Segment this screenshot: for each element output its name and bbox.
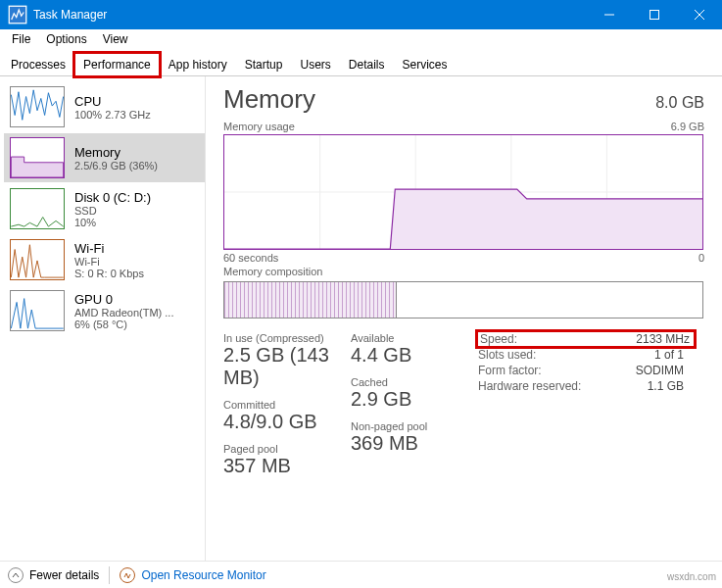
- tab-processes[interactable]: Processes: [2, 53, 74, 75]
- chevron-up-icon[interactable]: [8, 567, 24, 583]
- disk-sub2: 10%: [74, 217, 151, 228]
- tab-startup[interactable]: Startup: [236, 53, 292, 75]
- sidebar-item-cpu[interactable]: CPU 100% 2.73 GHz: [4, 82, 205, 131]
- wifi-label: Wi-Fi: [74, 241, 144, 256]
- titlebar: Task Manager: [0, 0, 722, 29]
- memory-composition-bar[interactable]: [223, 281, 703, 318]
- cached-value: 2.9 GB: [351, 388, 478, 411]
- paged-value: 357 MB: [223, 455, 351, 477]
- wifi-sub1: Wi-Fi: [74, 256, 144, 268]
- usage-label: Memory usage: [223, 121, 295, 132]
- speed-key: Speed:: [480, 332, 517, 346]
- slots-key: Slots used:: [478, 348, 536, 362]
- main-area: CPU 100% 2.73 GHz Memory 2.5/6.9 GB (36%…: [0, 76, 722, 561]
- window-title: Task Manager: [33, 8, 587, 22]
- gpu-label: GPU 0: [74, 292, 173, 307]
- watermark: wsxdn.com: [667, 571, 716, 582]
- disk-label: Disk 0 (C: D:): [74, 190, 151, 205]
- available-value: 4.4 GB: [351, 344, 478, 367]
- tab-app-history[interactable]: App history: [160, 53, 236, 75]
- stats-grid: In use (Compressed) 2.5 GB (143 MB) Comm…: [223, 332, 704, 487]
- hw-value: 1.1 GB: [648, 379, 684, 393]
- composition-in-use: [224, 282, 397, 318]
- open-resource-monitor-link[interactable]: Open Resource Monitor: [141, 568, 265, 582]
- detail-form-row: Form factor: SODIMM: [478, 364, 694, 377]
- tab-performance[interactable]: Performance: [74, 53, 160, 76]
- page-title: Memory: [223, 84, 315, 115]
- memory-sub: 2.5/6.9 GB (36%): [74, 160, 158, 172]
- close-button[interactable]: [677, 0, 722, 29]
- app-icon: [8, 5, 27, 24]
- capacity-label: 8.0 GB: [655, 94, 704, 112]
- gpu-sub2: 6% (58 °C): [74, 318, 173, 330]
- tab-details[interactable]: Details: [340, 53, 394, 75]
- sidebar: CPU 100% 2.73 GHz Memory 2.5/6.9 GB (36%…: [0, 76, 206, 561]
- cpu-thumbnail: [10, 86, 65, 127]
- memory-usage-chart[interactable]: [223, 134, 703, 250]
- form-key: Form factor:: [478, 364, 542, 377]
- memory-thumbnail: [10, 137, 65, 178]
- paged-label: Paged pool: [223, 443, 351, 455]
- disk-sub1: SSD: [74, 205, 151, 217]
- committed-label: Committed: [223, 399, 351, 411]
- cpu-label: CPU: [74, 94, 151, 109]
- wifi-sub2: S: 0 R: 0 Kbps: [74, 268, 144, 279]
- footer: Fewer details Open Resource Monitor: [0, 561, 722, 588]
- gpu-sub1: AMD Radeon(TM) ...: [74, 307, 173, 318]
- composition-label: Memory composition: [223, 266, 322, 277]
- form-value: SODIMM: [636, 364, 684, 377]
- x-axis-left: 60 seconds: [223, 252, 278, 264]
- cached-label: Cached: [351, 376, 478, 388]
- menu-options[interactable]: Options: [38, 30, 94, 48]
- nonpaged-value: 369 MB: [351, 432, 478, 455]
- svg-rect-2: [650, 11, 659, 20]
- tab-strip: Processes Performance App history Startu…: [0, 49, 722, 76]
- usage-chart-block: Memory usage 6.9 GB 60 seconds 0: [223, 121, 704, 264]
- hw-key: Hardware reserved:: [478, 379, 581, 393]
- menubar: File Options View: [0, 29, 722, 49]
- memory-label: Memory: [74, 145, 158, 160]
- footer-divider: [109, 566, 110, 584]
- cpu-sub: 100% 2.73 GHz: [74, 109, 151, 121]
- content-pane: Memory 8.0 GB Memory usage 6.9 GB: [206, 76, 722, 561]
- sidebar-item-disk[interactable]: Disk 0 (C: D:) SSD 10%: [4, 184, 205, 233]
- x-axis-right: 0: [698, 252, 704, 264]
- inuse-label: In use (Compressed): [223, 332, 351, 344]
- detail-slots-row: Slots used: 1 of 1: [478, 348, 694, 362]
- sidebar-item-gpu[interactable]: GPU 0 AMD Radeon(TM) ... 6% (58 °C): [4, 286, 205, 335]
- wifi-thumbnail: [10, 239, 65, 280]
- gpu-thumbnail: [10, 290, 65, 331]
- committed-value: 4.8/9.0 GB: [223, 411, 351, 433]
- resource-monitor-icon[interactable]: [120, 567, 135, 583]
- menu-file[interactable]: File: [4, 30, 38, 48]
- composition-available: [397, 282, 702, 318]
- fewer-details-link[interactable]: Fewer details: [29, 568, 99, 582]
- window-controls: [587, 0, 722, 29]
- sidebar-item-memory[interactable]: Memory 2.5/6.9 GB (36%): [4, 133, 205, 182]
- tab-users[interactable]: Users: [291, 53, 339, 75]
- tab-services[interactable]: Services: [394, 53, 457, 75]
- usage-max: 6.9 GB: [671, 121, 704, 132]
- available-label: Available: [351, 332, 478, 344]
- disk-thumbnail: [10, 188, 65, 229]
- minimize-button[interactable]: [587, 0, 632, 29]
- content-header: Memory 8.0 GB: [223, 84, 704, 115]
- speed-value: 2133 MHz: [636, 332, 690, 346]
- menu-view[interactable]: View: [95, 30, 136, 48]
- detail-speed-row: Speed: 2133 MHz: [478, 332, 694, 346]
- nonpaged-label: Non-paged pool: [351, 420, 478, 432]
- sidebar-item-wifi[interactable]: Wi-Fi Wi-Fi S: 0 R: 0 Kbps: [4, 235, 205, 284]
- inuse-value: 2.5 GB (143 MB): [223, 344, 351, 389]
- detail-hw-row: Hardware reserved: 1.1 GB: [478, 379, 694, 393]
- maximize-button[interactable]: [632, 0, 677, 29]
- slots-value: 1 of 1: [654, 348, 684, 362]
